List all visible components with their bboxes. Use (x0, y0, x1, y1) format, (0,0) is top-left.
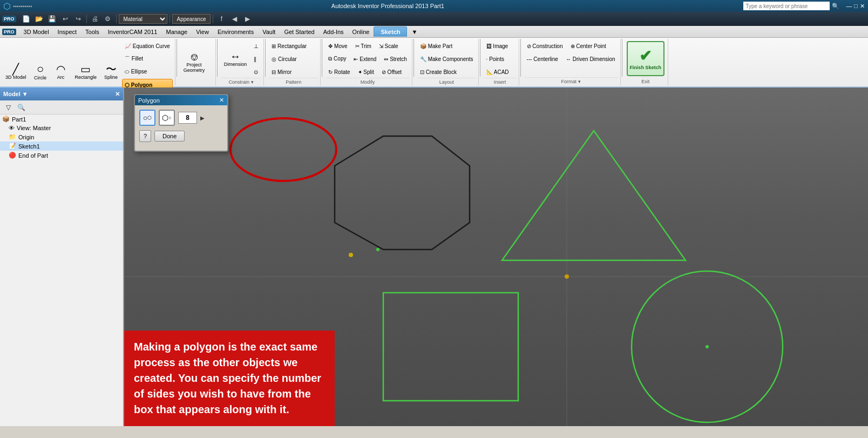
polygon-circumscribed-btn[interactable]: ⬡○ (159, 110, 175, 126)
ribbon-group-constrain: ↔ Dimension ⊥ ∥ ⊙ Constrain ▾ (219, 39, 265, 85)
exit-group-label: Exit (641, 77, 649, 84)
ribbon-btn-fillet[interactable]: ⌒ Fillet (122, 53, 173, 65)
ribbon-group-draw: ╱ 3D Model ○ Circle ◠ Arc ▭ Rectangle 〜 (0, 39, 175, 85)
constrain-btn-2[interactable]: ∥ (251, 53, 261, 65)
ribbon-btn-arc[interactable]: ◠ Arc (51, 57, 71, 87)
ribbon-btn-project-geometry[interactable]: ⎊ ProjectGeometry (180, 47, 208, 77)
ribbon-btn-equation-curve[interactable]: 📈 Equation Curve (122, 40, 173, 52)
ribbon-btn-circle[interactable]: ○ Circle (31, 57, 50, 87)
end-of-part-label: End of Part (18, 152, 48, 159)
ribbon-btn-create-block[interactable]: ⊡ Create Block (417, 66, 459, 78)
end-of-part-icon: 🔴 (9, 152, 16, 159)
browser-item-origin[interactable]: 📁 Origin (0, 132, 123, 141)
model-browser-close[interactable]: ✕ (115, 91, 120, 98)
qa-redo[interactable]: ↪ (72, 14, 84, 24)
ribbon-btn-line[interactable]: ╱ 3D Model (2, 57, 30, 87)
ribbon-btn-scale[interactable]: ⇲ Scale (376, 40, 401, 52)
ribbon-btn-make-components[interactable]: 🔧 Make Components (417, 53, 476, 65)
browser-item-view[interactable]: 👁 View: Master (0, 124, 123, 132)
ribbon-btn-center-point[interactable]: ⊕ Center Point (568, 40, 609, 52)
ribbon-btn-ellipse[interactable]: ⬭ Ellipse (122, 66, 173, 78)
qa-arrow-left[interactable]: ◀ (228, 14, 240, 24)
ribbon-btn-extend[interactable]: ⇤ Extend (351, 53, 379, 65)
appearance-button[interactable]: Appearance (172, 14, 211, 24)
menu-inspect[interactable]: Inspect (53, 28, 81, 36)
polygon-dialog-close[interactable]: ✕ (219, 97, 224, 104)
svg-point-9 (349, 253, 353, 257)
polygon-inscribed-btn[interactable]: ○⬡ (139, 110, 155, 126)
material-dropdown[interactable]: Material (119, 14, 167, 24)
finish-sketch-button[interactable]: ✔ Finish Sketch (627, 41, 664, 76)
arc-label: Arc (57, 75, 65, 80)
browser-item-part1[interactable]: 📦 Part1 (0, 114, 123, 124)
qa-settings[interactable]: ⚙ (102, 14, 114, 24)
ribbon-btn-rectangular[interactable]: ⊞ Rectangular (269, 40, 309, 52)
title-bar: ⬡ ▪▪▪▪▪▪▪▪▪▪ Autodesk Inventor Professio… (0, 0, 868, 12)
polygon-done-btn[interactable]: Done (154, 131, 185, 141)
menu-3dmodel[interactable]: 3D Model (19, 28, 53, 36)
ribbon-btn-move[interactable]: ✥ Move (326, 40, 350, 52)
menu-manage[interactable]: Manage (161, 28, 192, 36)
qa-function[interactable]: f (215, 14, 227, 24)
origin-icon: 📁 (9, 133, 16, 140)
browser-filter[interactable]: ▽ (2, 102, 14, 113)
window-minimize[interactable]: — (846, 3, 852, 9)
rectangle-label: Rectangle (75, 75, 97, 80)
qa-undo[interactable]: ↩ (59, 14, 71, 24)
polygon-help-btn[interactable]: ? (139, 130, 151, 142)
menu-addins[interactable]: Add-Ins (319, 28, 348, 36)
ribbon-btn-points[interactable]: · Points (484, 53, 507, 65)
browser-search[interactable]: 🔍 (15, 102, 27, 113)
constrain-btn-1[interactable]: ⊥ (251, 40, 261, 52)
ribbon-btn-trim[interactable]: ✂ Trim (352, 40, 374, 52)
menu-extra[interactable]: ▼ (407, 28, 422, 36)
ribbon-btn-make-part[interactable]: 📦 Make Part (417, 40, 455, 52)
window-maximize[interactable]: □ (854, 3, 858, 9)
polygon-sides-input[interactable]: 8 (178, 112, 197, 124)
ribbon-btn-copy[interactable]: ⧉ Copy (326, 53, 349, 65)
menu-vault[interactable]: Vault (258, 28, 280, 36)
qa-arrow-right[interactable]: ▶ (241, 14, 253, 24)
qa-save[interactable]: 💾 (46, 14, 58, 24)
circle-icon: ○ (37, 63, 44, 75)
ribbon-btn-circular[interactable]: ◎ Circular (269, 53, 299, 65)
menu-tools[interactable]: Tools (81, 28, 104, 36)
arc-icon: ◠ (56, 64, 65, 75)
ribbon-btn-split[interactable]: ✦ Split (355, 66, 377, 78)
browser-item-end-of-part[interactable]: 🔴 End of Part (0, 151, 123, 160)
ribbon-btn-mirror[interactable]: ⊟ Mirror (269, 66, 294, 78)
menu-sketch[interactable]: Sketch (374, 26, 407, 37)
menu-getstarted[interactable]: Get Started (280, 28, 318, 36)
ribbon-btn-acad[interactable]: 📐 ACAD (484, 66, 512, 78)
project-geometry-icon: ⎊ (191, 51, 198, 62)
qa-new[interactable]: 📄 (21, 14, 32, 24)
ribbon-btn-stretch[interactable]: ⇔ Stretch (381, 53, 409, 65)
canvas-area[interactable]: Polygon ✕ ○⬡ ⬡○ 8 ▶ ? Done Making a poly… (124, 87, 868, 426)
ribbon-btn-offset[interactable]: ⊘ Offset (379, 66, 404, 78)
constrain-btn-3[interactable]: ⊙ (251, 66, 261, 78)
browser-item-sketch1[interactable]: 📝 Sketch1 (0, 141, 123, 151)
ribbon-btn-spline[interactable]: 〜 Spline (101, 57, 121, 87)
ribbon-btn-rotate[interactable]: ↻ Rotate (326, 66, 352, 78)
ribbon-btn-rectangle[interactable]: ▭ Rectangle (72, 57, 100, 87)
window-close[interactable]: ✕ (860, 3, 865, 10)
qa-print[interactable]: 🖨 (89, 14, 101, 24)
menu-view[interactable]: View (192, 28, 213, 36)
ribbon: ╱ 3D Model ○ Circle ◠ Arc ▭ Rectangle 〜 (0, 38, 868, 87)
menu-online[interactable]: Online (348, 28, 374, 36)
qa-open[interactable]: 📂 (33, 14, 45, 24)
ribbon-btn-construction[interactable]: ⊘ Construction (524, 40, 566, 52)
svg-point-3 (565, 274, 569, 279)
ribbon-btn-driven-dimension[interactable]: ↔ Driven Dimension (563, 53, 618, 65)
ribbon-btn-centerline[interactable]: --- Centerline (524, 53, 561, 65)
main-area: Model ▼ ✕ ▽ 🔍 📦 Part1 👁 View: Master 📁 O… (0, 87, 868, 426)
keyword-search[interactable] (743, 2, 830, 10)
ribbon-btn-dimension[interactable]: ↔ Dimension (221, 44, 250, 74)
project-geometry-label: ProjectGeometry (184, 62, 205, 73)
view-label: View: Master (17, 125, 51, 131)
search-icon[interactable]: 🔍 (832, 3, 839, 10)
ribbon-btn-image[interactable]: 🖼 Image (484, 40, 511, 52)
menu-inventorcam[interactable]: InventorCAM 2011 (104, 28, 162, 36)
polygon-sides-increment[interactable]: ▶ (200, 115, 205, 121)
menu-environments[interactable]: Environments (213, 28, 258, 36)
